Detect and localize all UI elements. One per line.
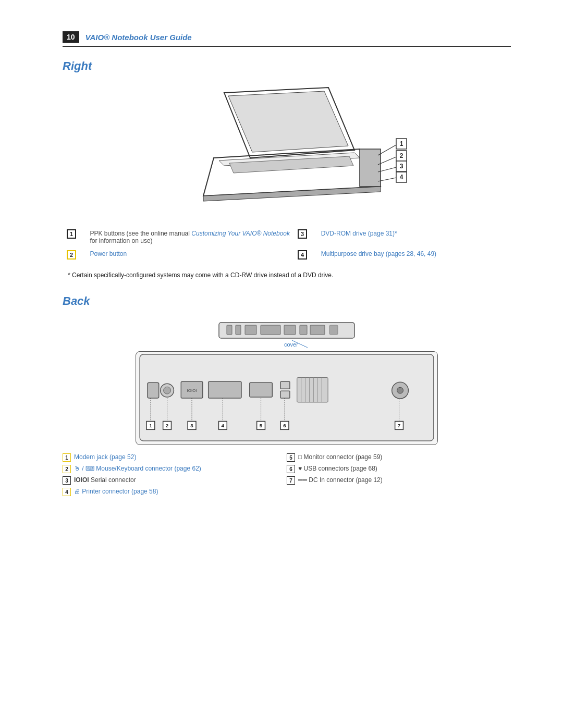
svg-text:3: 3 [400,163,403,170]
page-number: 10 [63,31,79,43]
page-header: 10 VAIO® Notebook User Guide [63,31,511,47]
svg-rect-23 [261,325,280,335]
svg-rect-40 [297,377,328,402]
back-num-4: 4 [63,488,71,496]
right-legend-table: 1 PPK buttons (see the online manual Cus… [63,227,511,262]
svg-text:2: 2 [166,423,169,428]
svg-point-33 [164,387,171,394]
back-main-panel-svg: IOIOI [136,351,438,445]
laptop-illustration: 1 2 3 4 [63,82,511,218]
right-section: Right [63,59,511,279]
svg-text:4: 4 [400,174,403,181]
svg-rect-31 [148,382,159,398]
svg-marker-5 [360,149,381,187]
svg-marker-6 [203,187,381,201]
back-legend: 1 Modem jack (page 52) 2 🖱 / ⌨ Mouse/Key… [63,453,511,499]
right-footnote: * Certain specifically-configured system… [68,272,511,279]
back-section: Back cover [63,294,511,499]
kb-icon: ⌨ [85,465,94,472]
back-illustration-area: cover IOIOI [63,317,511,445]
svg-text:4: 4 [222,423,225,428]
legend-text-4: Multipurpose drive bay (pages 28, 46, 49… [318,247,510,261]
svg-text:6: 6 [283,423,286,428]
legend-num-3: 3 [298,229,307,239]
legend-num-1: 1 [67,229,76,239]
legend-row-1: 1 PPK buttons (see the online manual Cus… [64,228,510,246]
svg-text:3: 3 [190,423,193,428]
back-legend-row-7: 7 ══ DC In connector (page 12) [287,476,511,485]
back-num-2: 2 [63,465,71,473]
back-section-title: Back [63,294,511,308]
legend-num-4: 4 [298,250,307,260]
back-legend-row-2: 2 🖱 / ⌨ Mouse/Keyboard connector (page 6… [63,465,287,473]
back-text-6: ♥ USB connectors (page 68) [298,465,377,472]
mouse-icon: 🖱 [74,465,80,472]
back-text-3: IOIOI Serial connector [74,476,136,484]
svg-rect-37 [250,382,273,397]
svg-rect-21 [236,325,241,335]
svg-marker-1 [228,91,348,152]
svg-rect-36 [209,381,241,398]
header-title: VAIO® Notebook User Guide [85,33,192,42]
svg-text:2: 2 [400,152,403,159]
right-section-title: Right [63,59,511,73]
legend-text-1a: PPK buttons (see the online manual [90,230,192,237]
back-text-4: 🖨 Printer connector (page 58) [74,488,158,495]
back-legend-row-3: 3 IOIOI Serial connector [63,476,287,485]
svg-text:5: 5 [260,423,263,428]
legend-row-2: 2 Power button 4 Multipurpose drive bay … [64,247,510,261]
back-text-5: □ Monitor connector (page 59) [298,453,382,461]
svg-rect-38 [280,381,290,389]
back-num-6: 6 [287,465,295,473]
back-num-1: 1 [63,453,71,462]
back-text-1: Modem jack (page 52) [74,453,136,461]
svg-rect-27 [329,325,338,335]
back-num-7: 7 [287,476,295,485]
svg-text:IOIOI: IOIOI [187,388,197,393]
back-legend-row-1: 1 Modem jack (page 52) [63,453,287,462]
svg-point-48 [397,387,403,393]
svg-rect-24 [284,325,296,335]
svg-rect-39 [280,391,290,398]
page: 10 VAIO® Notebook User Guide Right [0,0,563,728]
legend-text-1c: for information on use) [90,237,153,244]
back-legend-row-6: 6 ♥ USB connectors (page 68) [287,465,511,473]
back-num-3: 3 [63,476,71,485]
back-text-7: ══ DC In connector (page 12) [298,476,383,484]
svg-rect-20 [227,325,232,335]
svg-rect-25 [300,325,307,335]
svg-text:1: 1 [400,140,403,147]
legend-text-1b: Customizing Your VAIO® Notebook [191,230,290,237]
laptop-right-svg: 1 2 3 4 [162,82,412,218]
svg-text:cover: cover [284,341,298,348]
back-text-2: 🖱 / ⌨ Mouse/Keyboard connector (page 62) [74,465,201,472]
svg-rect-26 [310,325,325,335]
svg-rect-22 [245,325,256,335]
back-legend-left: 1 Modem jack (page 52) 2 🖱 / ⌨ Mouse/Key… [63,453,287,499]
svg-text:7: 7 [398,423,401,428]
back-num-5: 5 [287,453,295,462]
legend-text-2: Power button [87,247,294,261]
back-legend-row-5: 5 □ Monitor connector (page 59) [287,453,511,462]
back-legend-row-4: 4 🖨 Printer connector (page 58) [63,488,287,496]
back-legend-right: 5 □ Monitor connector (page 59) 6 ♥ USB … [287,453,511,499]
legend-num-2: 2 [67,250,76,260]
back-top-strip-svg: cover [198,317,375,351]
svg-text:1: 1 [149,423,152,428]
legend-text-3: DVD-ROM drive (page 31)* [318,228,510,246]
